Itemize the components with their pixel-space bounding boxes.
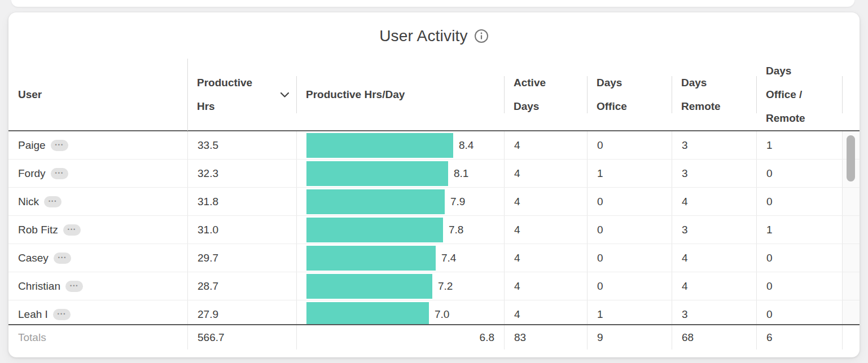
user-cell: Paige ••• — [8, 131, 187, 159]
scrollbar-track-segment[interactable] — [842, 188, 860, 215]
hrs-per-day-value: 8.1 — [454, 167, 468, 180]
hrs-per-day-cell: 7.4 — [296, 244, 504, 272]
table-row: Nick ••• 31.8 7.9 4 0 4 0 — [8, 188, 860, 216]
ellipsis-icon[interactable]: ••• — [63, 224, 81, 236]
hrs-per-day-cell: 7.9 — [296, 188, 504, 215]
table-row: Rob Fitz ••• 31.0 7.8 4 0 3 1 — [8, 216, 860, 244]
column-header-productive-hrs[interactable]: Productive Hrs — [187, 59, 296, 130]
user-cell: Leah I ••• — [8, 300, 187, 324]
days-office-remote-cell: 0 — [756, 188, 842, 215]
totals-productive-hrs: 566.7 — [187, 325, 296, 349]
column-header-productive-hrs-day[interactable]: Productive Hrs/Day — [296, 59, 504, 130]
days-office-remote-cell: 1 — [756, 131, 842, 159]
user-name: Christian — [18, 280, 60, 293]
hrs-per-day-value: 7.8 — [449, 224, 463, 236]
active-days-cell: 4 — [504, 131, 587, 159]
table-row: Fordy ••• 32.3 8.1 4 1 3 0 — [8, 160, 860, 188]
hrs-per-day-bar — [306, 189, 445, 214]
totals-label: Totals — [8, 325, 187, 349]
productive-hrs-cell: 27.9 — [187, 300, 296, 324]
days-office-cell: 0 — [587, 188, 672, 215]
active-days-cell: 4 — [504, 188, 587, 215]
active-days-cell: 4 — [504, 244, 587, 272]
vertical-scrollbar-thumb[interactable] — [847, 135, 855, 182]
hrs-per-day-cell: 7.2 — [296, 272, 504, 300]
days-office-cell: 1 — [587, 160, 672, 187]
days-remote-cell: 4 — [672, 244, 756, 272]
user-name: Nick — [18, 196, 39, 208]
days-office-cell: 0 — [587, 272, 672, 300]
totals-days-office: 9 — [587, 325, 672, 349]
active-days-cell: 4 — [504, 216, 587, 244]
days-remote-cell: 4 — [672, 188, 756, 215]
ellipsis-icon[interactable]: ••• — [65, 281, 83, 292]
days-office-cell: 1 — [587, 300, 672, 324]
scrollbar-track-segment[interactable] — [842, 300, 860, 324]
scrollbar-track-segment[interactable] — [842, 272, 860, 300]
days-remote-cell: 4 — [672, 272, 756, 300]
days-remote-cell: 3 — [672, 300, 756, 324]
ellipsis-icon[interactable]: ••• — [51, 168, 68, 179]
totals-days-remote: 68 — [672, 325, 756, 349]
sort-chevron-down-icon[interactable] — [280, 83, 290, 107]
info-icon[interactable] — [474, 29, 489, 43]
productive-hrs-cell: 29.7 — [187, 244, 296, 272]
hrs-per-day-cell: 7.8 — [296, 216, 504, 244]
user-name: Rob Fitz — [18, 224, 58, 236]
days-office-cell: 0 — [587, 131, 672, 159]
user-name: Paige — [18, 139, 46, 152]
user-activity-widget: User Activity User Productive Hrs Produc… — [8, 12, 860, 357]
table-row: Leah I ••• 27.9 7.0 4 1 3 0 — [8, 300, 860, 324]
productive-hrs-cell: 31.8 — [187, 188, 296, 215]
column-header-days-office-remote[interactable]: Days Office / Remote — [756, 59, 842, 130]
hrs-per-day-bar — [306, 161, 448, 186]
hrs-per-day-cell: 8.4 — [296, 131, 504, 159]
column-header-days-remote[interactable]: Days Remote — [672, 59, 756, 130]
user-cell: Nick ••• — [8, 188, 187, 215]
column-header-active-days[interactable]: Active Days — [504, 59, 587, 130]
active-days-cell: 4 — [504, 272, 587, 300]
productive-hrs-cell: 33.5 — [187, 131, 296, 159]
scrollbar-track-segment[interactable] — [842, 216, 860, 244]
hrs-per-day-value: 7.2 — [438, 280, 453, 293]
days-remote-cell: 3 — [672, 160, 756, 187]
ellipsis-icon[interactable]: ••• — [53, 309, 71, 320]
days-office-remote-cell: 1 — [756, 216, 842, 244]
hrs-per-day-cell: 7.0 — [296, 300, 504, 324]
user-cell: Fordy ••• — [8, 160, 187, 187]
ellipsis-icon[interactable]: ••• — [51, 140, 68, 151]
productive-hrs-cell: 28.7 — [187, 272, 296, 300]
user-name: Fordy — [18, 167, 46, 180]
days-office-remote-cell: 0 — [756, 160, 842, 187]
hrs-per-day-bar — [306, 246, 436, 271]
ellipsis-icon[interactable]: ••• — [44, 196, 62, 207]
days-remote-cell: 3 — [672, 216, 756, 244]
widget-header: User Activity — [8, 12, 860, 59]
column-header-user[interactable]: User — [8, 59, 187, 130]
table-row: Casey ••• 29.7 7.4 4 0 4 0 — [8, 244, 860, 272]
totals-hrs-per-day: 6.8 — [296, 325, 504, 349]
days-office-cell: 0 — [587, 244, 672, 272]
totals-row: Totals 566.7 6.8 83 9 68 6 — [8, 324, 860, 349]
hrs-per-day-value: 8.4 — [459, 139, 474, 152]
hrs-per-day-bar — [306, 133, 453, 158]
table-header: User Productive Hrs Productive Hrs/Day A… — [8, 59, 860, 131]
hrs-per-day-cell: 8.1 — [296, 160, 504, 187]
productive-hrs-cell: 32.3 — [187, 160, 296, 187]
user-cell: Casey ••• — [8, 244, 187, 272]
totals-active-days: 83 — [504, 325, 587, 349]
user-cell: Rob Fitz ••• — [8, 216, 187, 244]
days-remote-cell: 3 — [672, 131, 756, 159]
ellipsis-icon[interactable]: ••• — [54, 253, 71, 264]
table-row: Christian ••• 28.7 7.2 4 0 4 0 — [8, 272, 860, 300]
productive-hrs-cell: 31.0 — [187, 216, 296, 244]
user-name: Leah I — [18, 308, 48, 321]
user-name: Casey — [18, 252, 49, 264]
days-office-remote-cell: 0 — [756, 272, 842, 300]
previous-card-bottom-edge — [11, 0, 854, 7]
active-days-cell: 4 — [504, 160, 587, 187]
active-days-cell: 4 — [504, 300, 587, 324]
scrollbar-track-segment[interactable] — [842, 244, 860, 272]
totals-days-office-remote: 6 — [756, 325, 842, 349]
column-header-days-office[interactable]: Days Office — [587, 59, 672, 130]
